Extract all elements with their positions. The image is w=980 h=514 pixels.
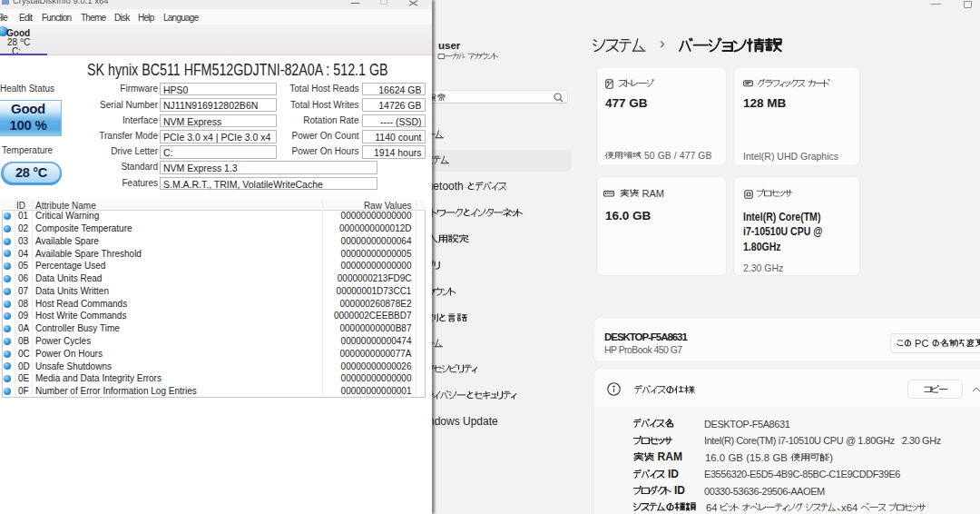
svg-text:RAM: RAM <box>658 451 682 463</box>
svg-text:PC: PC <box>915 338 928 349</box>
svg-text:GB: GB <box>698 151 711 161</box>
svg-text:50: 50 <box>644 151 655 161</box>
svg-text:16.0: 16.0 <box>705 452 725 463</box>
svg-text:ID: ID <box>674 485 685 497</box>
svg-text:RAM: RAM <box>642 188 664 199</box>
svg-text:64: 64 <box>706 502 718 513</box>
svg-text:477: 477 <box>680 151 696 161</box>
svg-text:GB: GB <box>772 452 787 463</box>
svg-text:GB: GB <box>658 151 671 161</box>
svg-text:x64: x64 <box>841 502 858 513</box>
svg-text:(15.8: (15.8 <box>746 452 769 463</box>
svg-text:ID: ID <box>668 469 679 480</box>
svg-text:/: / <box>674 151 677 161</box>
svg-text:GB: GB <box>728 452 742 463</box>
svg-text:): ) <box>829 452 833 463</box>
